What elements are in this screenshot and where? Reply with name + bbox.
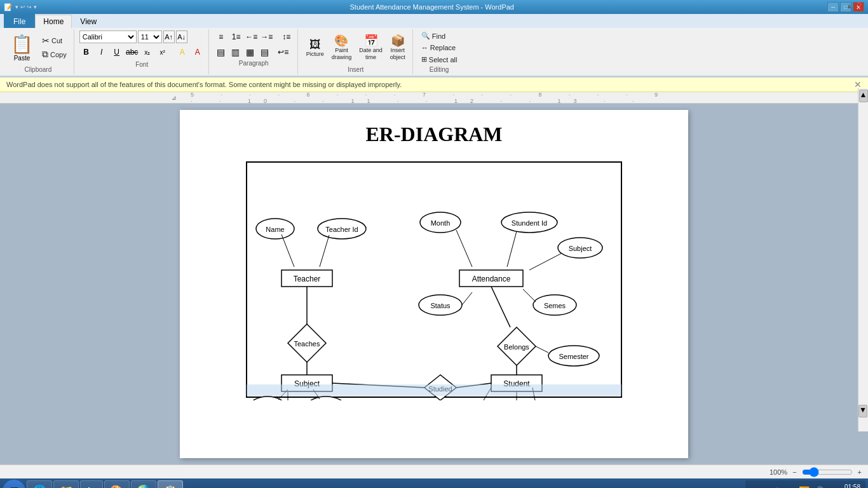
align-justify-button[interactable]: ▤ [258,46,272,58]
insert-group: 🖼 Picture 🎨 Paint drawing 📅 Date and tim… [299,29,413,74]
svg-rect-63 [247,384,621,396]
select-all-button[interactable]: ⊞ Select all [418,54,461,65]
font-face-select[interactable]: Calibri [79,30,137,43]
taskbar-explorer[interactable]: 📁 [53,480,79,488]
help-btn[interactable]: ❓ [855,2,864,10]
ribbon-up-btn[interactable]: ▲ [846,2,853,10]
svg-text:Teacher Id: Teacher Id [325,226,358,233]
paint-label2: drawing [332,54,352,60]
insert-label: Insert [391,47,405,53]
app-icon: 📝 [4,3,13,11]
paste-icon: 📋 [11,34,33,55]
document-page: ER-DIAGRAM Teacher Name Teacher Id [180,110,688,458]
subscript-button[interactable]: x₂ [140,46,154,58]
rtl-button[interactable]: ↩≡ [276,46,290,58]
picture-label: Picture [306,51,324,57]
strikethrough-button[interactable]: abc [125,46,139,58]
insert-icon: 📦 [391,35,405,46]
paste-button[interactable]: 📋 Paste [6,31,37,64]
zoom-slider[interactable] [802,468,853,477]
window-title: Student Attendance Management System - W… [37,3,827,11]
italic-button[interactable]: I [95,46,109,58]
align-center-button[interactable]: ▥ [229,46,243,58]
font-size-select[interactable]: 11 [138,30,162,43]
ruler-marker: ⊿ [172,95,177,101]
tray-time[interactable]: 01:58 28-12-2016 [828,483,860,488]
tab-file[interactable]: File [4,14,35,28]
list-number-button[interactable]: 1≡ [229,30,243,43]
copy-button[interactable]: ⧉ Copy [39,48,70,61]
find-icon: 🔍 [421,32,430,40]
document-area[interactable]: ▲ ▼ ER-DIAGRAM Teacher Name Teacher Id [0,104,868,464]
paragraph-group: ≡ 1≡ ←≡ →≡ ↕≡ ▤ ▥ ▦ ▤ ↩≡ Paragraph [210,29,298,74]
paint-button[interactable]: 🎨 Paint drawing [329,33,355,62]
replace-icon: ↔ [421,44,428,51]
replace-button[interactable]: ↔ Replace [418,43,461,53]
highlight-button[interactable]: A [175,46,189,58]
copy-label: Copy [50,51,67,58]
notification-bar: WordPad does not support all of the feat… [0,78,868,92]
tray-clock: 01:58 [828,483,860,488]
insert-group-label: Insert [348,66,363,73]
find-label: Find [432,32,445,40]
minimize-button[interactable]: ─ [827,2,839,12]
list-decrease-button[interactable]: ←≡ [245,30,259,43]
clipboard-group-label: Clipboard [24,66,51,73]
copy-icon: ⧉ [42,49,48,60]
cut-icon: ✂ [42,36,50,46]
font-increase-button[interactable]: A↑ [163,30,175,43]
tab-home[interactable]: Home [35,15,72,29]
editing-group: 🔍 Find ↔ Replace ⊞ Select all Editing [414,29,465,74]
replace-label: Replace [430,44,456,51]
svg-text:Semester: Semester [559,353,588,360]
taskbar-chrome[interactable]: 🌏 [131,480,156,488]
bold-button[interactable]: B [79,46,93,58]
quick-access: ▾ ↩ ↪ ▾ [15,4,37,10]
title-bar-left: 📝 ▾ ↩ ↪ ▾ [4,3,37,11]
underline-button[interactable]: U [110,46,124,58]
svg-text:Stundent Id: Stundent Id [512,219,547,227]
start-button[interactable]: ⊞ [3,480,25,488]
svg-text:Name: Name [266,226,284,233]
scroll-down[interactable]: ▼ [858,405,867,417]
picture-icon: 🖼 [309,39,321,50]
font-group: Calibri 11 A↑ A↓ B I U abc x₂ x² A [76,29,209,74]
font-group-label: Font [135,61,148,68]
list-bullet-button[interactable]: ≡ [214,30,228,43]
line-spacing-button[interactable]: ↕≡ [280,30,294,43]
taskbar-tray: ⚠ ▲ ⚑ ⟳ 📶 🔊 01:58 28-12-2016 [745,480,865,488]
taskbar-ie[interactable]: 🌐 [27,480,52,488]
svg-text:Subject: Subject [569,245,592,252]
title-bar: 📝 ▾ ↩ ↪ ▾ Student Attendance Management … [0,0,868,14]
find-button[interactable]: 🔍 Find [418,30,461,41]
zoom-minus[interactable]: − [792,468,796,476]
superscript-button[interactable]: x² [156,46,170,58]
font-decrease-button[interactable]: A↓ [176,30,187,43]
scrollbar[interactable]: ▲ ▼ [858,104,868,431]
clipboard-group: 📋 Paste ✂ Cut ⧉ Copy Clipboard [3,29,74,74]
svg-text:Semes: Semes [544,302,566,309]
taskbar-pinwheel[interactable]: 🎨 [104,480,130,488]
svg-text:Attendance: Attendance [472,274,511,283]
align-left-button[interactable]: ▤ [214,46,228,58]
ruler: ⊿ · 1 · · · 2 · · · 3 · · · 4 · · · 5 · … [0,92,868,104]
select-icon: ⊞ [421,55,427,64]
svg-text:Month: Month [431,219,451,227]
insert-object-button[interactable]: 📦 Insert object [387,33,409,62]
zoom-plus[interactable]: + [858,468,862,476]
paragraph-group-label: Paragraph [239,60,269,67]
align-right-button[interactable]: ▦ [243,46,257,58]
taskbar-store[interactable]: 🛍 [80,480,103,488]
color-button[interactable]: A [191,46,205,58]
picture-button[interactable]: 🖼 Picture [303,37,327,59]
list-increase-button[interactable]: →≡ [260,30,274,43]
ribbon-content: 📋 Paste ✂ Cut ⧉ Copy Clipboard [0,28,868,77]
editing-group-label: Editing [430,66,449,73]
tab-view[interactable]: View [72,14,105,28]
cut-button[interactable]: ✂ Cut [39,34,70,47]
notification-text: WordPad does not support all of the feat… [6,81,402,88]
svg-text:Teacher: Teacher [294,274,321,283]
taskbar-wordpad[interactable]: 📋 [158,480,183,488]
datetime-button[interactable]: 📅 Date and time [356,33,386,62]
er-diagram: Teacher Name Teacher Id Teaches Subject [205,159,663,400]
